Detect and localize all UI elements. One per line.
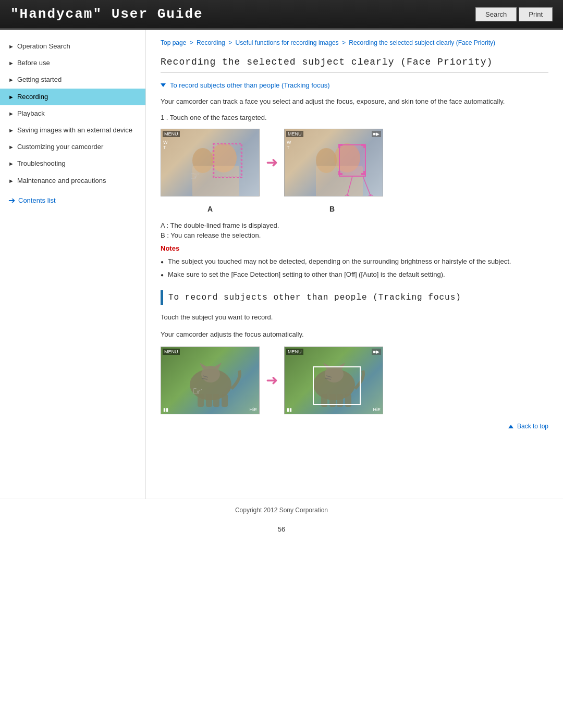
arrow-icon-recording: ► xyxy=(8,93,14,101)
cat-screen-a: MENU xyxy=(161,347,259,414)
search-button[interactable]: Search xyxy=(475,7,517,21)
svg-rect-10 xyxy=(338,144,340,148)
header-buttons: Search Print xyxy=(475,7,553,21)
arrow-icon-saving-images: ► xyxy=(8,127,14,134)
print-button[interactable]: Print xyxy=(519,7,553,21)
breadcrumb-current[interactable]: Recording the selected subject clearly (… xyxy=(349,39,495,46)
copyright-text: Copyright 2012 Sony Corporation xyxy=(235,507,328,514)
notes-section: Notes The subject you touched may not be… xyxy=(161,244,548,280)
sidebar-label-recording: Recording xyxy=(17,92,137,102)
notes-item-1: The subject you touched may not be detec… xyxy=(161,256,548,267)
breadcrumb-top-page[interactable]: Top page xyxy=(161,39,186,46)
header-title: "Handycam" User Guide xyxy=(10,6,203,22)
back-to-top: Back to top xyxy=(161,423,548,430)
breadcrumb-recording[interactable]: Recording xyxy=(197,39,225,46)
svg-rect-38 xyxy=(329,394,336,407)
breadcrumb-sep-3: > xyxy=(342,39,347,46)
breadcrumb-sep-1: > xyxy=(190,39,195,46)
intro-text: Your camcorder can track a face you sele… xyxy=(161,96,548,107)
sidebar-item-before-use[interactable]: ► Before use xyxy=(0,55,145,71)
sidebar-item-recording[interactable]: ► Recording xyxy=(0,89,145,105)
cat-hand-icon-a: ☞ xyxy=(192,385,203,398)
contents-list-arrow-icon: ➔ xyxy=(8,195,15,205)
sidebar-item-troubleshooting[interactable]: ► Troubleshooting xyxy=(0,155,145,172)
cam-screen-a: MENU WT ☞ xyxy=(161,129,259,196)
cat-svg-a xyxy=(161,347,259,414)
arrow-between-face: ➜ xyxy=(266,154,278,171)
svg-rect-16 xyxy=(363,171,365,175)
cam-bottom-right-b: HiE xyxy=(373,407,381,412)
sidebar: ► Operation Search ► Before use ► Gettin… xyxy=(0,30,146,499)
svg-rect-29 xyxy=(213,394,219,407)
caption-a: A : The double-lined frame is displayed. xyxy=(161,221,548,229)
face-images-row: MENU WT ☞ xyxy=(161,129,548,196)
sidebar-item-customizing[interactable]: ► Customizing your camcorder xyxy=(0,139,145,155)
header: "Handycam" User Guide Search Print xyxy=(0,0,563,30)
track-icon-b: ■▶ xyxy=(372,131,381,137)
cam-bottom-left-b: ▮▮ xyxy=(287,407,292,412)
face-image-a: MENU WT ☞ xyxy=(161,129,260,196)
sidebar-label-customizing: Customizing your camcorder xyxy=(17,142,137,152)
figure-label-row: A B xyxy=(161,205,548,213)
svg-rect-14 xyxy=(338,171,340,175)
arrow-between-cat: ➜ xyxy=(266,372,278,389)
section2-text1: Touch the subject you want to record. xyxy=(161,312,548,323)
sidebar-item-getting-started[interactable]: ► Getting started xyxy=(0,71,145,88)
back-to-top-link[interactable]: Back to top xyxy=(508,423,548,430)
triangle-down-icon xyxy=(161,83,166,87)
svg-rect-37 xyxy=(321,394,327,407)
cat-images-group: MENU xyxy=(161,347,548,414)
face-svg-a xyxy=(161,129,259,196)
svg-rect-30 xyxy=(222,394,228,407)
face-images-group: MENU WT ☞ xyxy=(161,129,548,213)
cam-screen-b: MENU WT xyxy=(285,129,383,196)
sidebar-label-maintenance: Maintenance and precautions xyxy=(17,176,137,186)
svg-rect-28 xyxy=(206,394,212,407)
figure-label-space-b: B xyxy=(283,205,382,213)
page-number: 56 xyxy=(0,521,563,537)
arrow-icon-before-use: ► xyxy=(8,59,14,67)
figure-label-space-a: A xyxy=(161,205,260,213)
sidebar-label-saving-images: Saving images with an external device xyxy=(17,126,137,135)
cam-bottom-right-a: HiE xyxy=(249,407,257,412)
svg-rect-12 xyxy=(363,144,365,148)
hand-cursor-icon-a: ☞ xyxy=(190,169,200,183)
sidebar-item-operation-search[interactable]: ► Operation Search xyxy=(0,38,145,55)
svg-rect-40 xyxy=(345,394,351,407)
section2-title: To record subjects other than people (Tr… xyxy=(168,293,461,302)
section2-text2: Your camcorder adjusts the focus automat… xyxy=(161,329,548,340)
notes-list: The subject you touched may not be detec… xyxy=(161,256,548,280)
cat-image-b: MENU xyxy=(284,347,383,414)
arrow-icon-customizing: ► xyxy=(8,143,14,151)
svg-rect-8 xyxy=(339,145,365,176)
breadcrumb-useful-functions[interactable]: Useful functions for recording images xyxy=(235,39,338,46)
cat-top-right-b: ■▶ xyxy=(372,349,381,355)
sidebar-label-before-use: Before use xyxy=(17,58,137,68)
sidebar-label-troubleshooting: Troubleshooting xyxy=(17,159,137,168)
tracking-focus-link[interactable]: To record subjects other than people (Tr… xyxy=(161,81,548,89)
arrow-icon-getting-started: ► xyxy=(8,76,14,84)
cat-images-row: MENU xyxy=(161,347,548,414)
sidebar-label-getting-started: Getting started xyxy=(17,75,137,84)
caption-b: B : You can release the selection. xyxy=(161,231,548,239)
sidebar-label-playback: Playback xyxy=(17,109,137,118)
sidebar-item-maintenance[interactable]: ► Maintenance and precautions xyxy=(0,172,145,189)
breadcrumb-sep-2: > xyxy=(228,39,234,46)
cat-screen-b: MENU xyxy=(285,347,383,414)
cat-bottom-icons-b: ▮▮ HiE xyxy=(285,407,383,412)
page-title: Recording the selected subject clearly (… xyxy=(161,57,548,73)
cat-image-a: MENU xyxy=(161,347,260,414)
sidebar-item-saving-images[interactable]: ► Saving images with an external device xyxy=(0,122,145,139)
breadcrumb: Top page > Recording > Useful functions … xyxy=(161,38,548,47)
sidebar-item-playback[interactable]: ► Playback xyxy=(0,105,145,122)
face-image-b: MENU WT xyxy=(284,129,383,196)
tracking-focus-label: To record subjects other than people (Tr… xyxy=(170,81,330,89)
face-svg-b xyxy=(285,129,383,196)
contents-list-link[interactable]: ➔ Contents list xyxy=(0,189,145,212)
main-layout: ► Operation Search ► Before use ► Gettin… xyxy=(0,30,563,499)
svg-rect-39 xyxy=(337,394,343,407)
figure-label-a: A xyxy=(161,205,260,213)
step-1-text: 1 . Touch one of the faces targeted. xyxy=(161,114,548,121)
section2-heading: To record subjects other than people (Tr… xyxy=(161,290,548,305)
notes-title: Notes xyxy=(161,244,548,252)
